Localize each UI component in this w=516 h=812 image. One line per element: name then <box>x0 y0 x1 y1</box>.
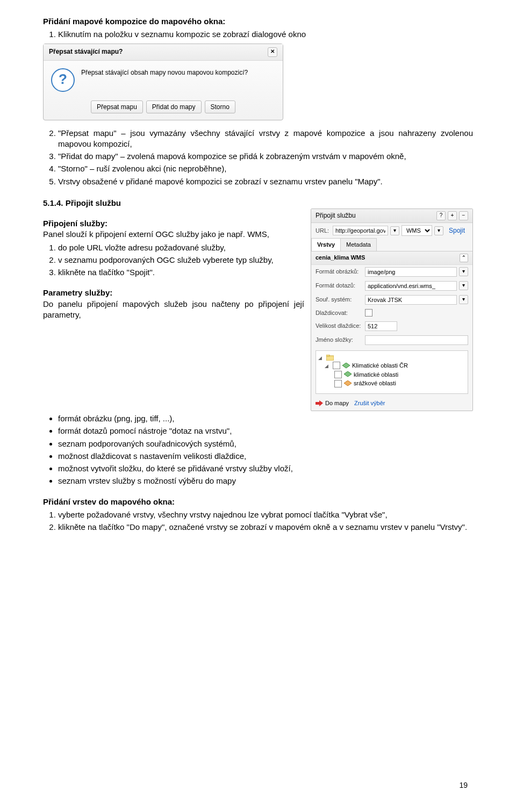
clear-selection-button[interactable]: Zrušit výběr <box>354 399 385 407</box>
chevron-up-icon[interactable]: ⌃ <box>460 254 468 262</box>
query-format-select[interactable] <box>365 281 457 291</box>
panel-tabs: Vrstvy Metadata <box>311 238 472 251</box>
url-input[interactable] <box>333 226 388 235</box>
service-name: cenia_klima WMS <box>316 254 365 262</box>
li-overwrite: "Přepsat mapu" – jsou vymazány všechny s… <box>58 128 473 150</box>
heading-add-composition: Přidání mapové kompozice do mapového okn… <box>43 16 473 27</box>
connect-service-panel: Připojit službu ? + − URL: ▾ WMS ▾ Spoji… <box>311 209 473 411</box>
chevron-down-icon[interactable]: ▾ <box>434 226 443 235</box>
li-enter-url: do pole URL vložte adresu požadované slu… <box>58 242 304 253</box>
list-steps-2to5: "Přepsat mapu" – jsou vymazány všechny s… <box>43 128 473 187</box>
folder-name-input[interactable] <box>365 335 468 345</box>
paragraph-params-intro: Do panelu připojení mapových služeb jsou… <box>43 299 304 321</box>
section-title-connect-service: 5.1.4. Připojit službu <box>43 198 473 209</box>
connect-button[interactable]: Spojit <box>446 226 468 235</box>
coord-system-label: Souř. systém: <box>316 296 363 304</box>
dialog-overwrite-map: Přepsat stávající mapu? ✕ ? Přepsat stáv… <box>43 44 283 120</box>
tree-item-label: srážkové oblasti <box>354 379 396 387</box>
li-add: "Přidat do mapy" – zvolená mapová kompoz… <box>58 151 473 162</box>
li-click-connect: klikněte na tlačítko "Spojit". <box>58 267 304 278</box>
ol-connect-steps: do pole URL vložte adresu požadované slu… <box>43 242 304 278</box>
li-coord-systems: seznam podporovaných souřadnicových syst… <box>58 439 473 449</box>
service-name-header[interactable]: cenia_klima WMS ⌃ <box>311 251 472 265</box>
subhead-add-layers: Přidání vrstev do mapového okna: <box>43 497 473 507</box>
li-cancel: "Storno" – ruší zvolenou akci (nic nepro… <box>58 163 473 174</box>
layer-tree: ◢ ◢ Klimatické oblasti ČR <box>316 350 468 394</box>
image-format-label: Formát obrázků: <box>316 268 363 276</box>
li-select-type: v seznamu podporovaných OGC služeb vyber… <box>58 255 304 265</box>
coord-system-select[interactable] <box>365 295 457 305</box>
url-label: URL: <box>316 227 331 235</box>
layer-checkbox[interactable] <box>333 362 340 369</box>
dialog-title: Přepsat stávající mapu? <box>49 47 123 56</box>
collapse-icon[interactable]: + <box>448 211 457 220</box>
to-map-button[interactable]: Do mapy <box>316 399 349 407</box>
li-tiling: možnost dlaždicovat s nastavením velikos… <box>58 451 473 462</box>
close-icon[interactable]: ✕ <box>268 47 277 57</box>
svg-marker-4 <box>344 380 352 386</box>
layer-group-icon <box>342 363 350 369</box>
chevron-down-icon[interactable]: ▾ <box>459 281 468 290</box>
service-type-select[interactable]: WMS <box>402 225 432 236</box>
tree-toggle-icon[interactable]: ◢ <box>325 363 331 369</box>
dialog-message: Přepsat stávající obsah mapy novou mapov… <box>81 68 248 77</box>
chevron-down-icon[interactable]: ▾ <box>459 267 468 276</box>
ul-parameters: formát obrázku (png, jpg, tiff, ...), fo… <box>43 413 473 487</box>
li-format-image: formát obrázku (png, jpg, tiff, ...), <box>58 413 473 424</box>
tree-root-label: Klimatické oblasti ČR <box>352 362 408 370</box>
li-select-layers: vyberte požadované vrstvy, všechny vrstv… <box>58 509 473 520</box>
paragraph-connect-intro: Panel slouží k připojení externí OGC slu… <box>43 229 304 240</box>
folder-icon <box>326 355 334 361</box>
layer-icon <box>344 380 352 386</box>
layer-checkbox[interactable] <box>334 371 342 378</box>
subhead-connect-service: Připojení služby: <box>43 218 304 229</box>
page-number: 19 <box>459 780 468 791</box>
layer-checkbox[interactable] <box>334 380 342 387</box>
li-click-domapy: klikněte na tlačítko "Do mapy", označené… <box>58 522 473 533</box>
to-map-label: Do mapy <box>325 399 349 407</box>
svg-rect-1 <box>326 355 329 356</box>
li-folder: možnost vytvořit složku, do které se při… <box>58 463 473 474</box>
add-to-map-button[interactable]: Přidat do mapy <box>146 100 202 113</box>
tile-size-label: Velikost dlaždice: <box>316 322 363 330</box>
chevron-down-icon[interactable]: ▾ <box>459 295 468 304</box>
tile-size-input[interactable] <box>365 321 397 331</box>
dialog-title-bar: Přepsat stávající mapu? ✕ <box>44 44 283 61</box>
folder-name-label: Jméno složky: <box>316 336 363 344</box>
svg-marker-5 <box>316 400 323 406</box>
tree-toggle-icon[interactable]: ◢ <box>318 355 324 361</box>
li-layer-list: seznam vrstev služby s možností výběru d… <box>58 476 473 486</box>
chevron-down-icon[interactable]: ▾ <box>390 226 399 235</box>
tab-layers[interactable]: Vrstvy <box>311 238 341 251</box>
layer-icon <box>344 371 352 377</box>
ol-add-layers: vyberte požadované vrstvy, všechny vrstv… <box>43 509 473 533</box>
query-format-label: Formát dotazů: <box>316 282 363 290</box>
help-icon[interactable]: ? <box>436 211 446 220</box>
list-step1: Kliknutím na položku v seznamu kompozic … <box>43 29 473 40</box>
image-format-select[interactable] <box>365 267 457 277</box>
minimize-icon[interactable]: − <box>459 211 468 220</box>
subhead-service-params: Parametry služby: <box>43 288 304 298</box>
question-icon: ? <box>51 68 75 92</box>
svg-marker-2 <box>342 363 350 368</box>
li-click-item: Kliknutím na položku v seznamu kompozic … <box>58 29 473 40</box>
tile-checkbox[interactable] <box>365 309 372 317</box>
tab-metadata[interactable]: Metadata <box>340 238 377 251</box>
li-format-query: formát dotazů pomocí nástroje "dotaz na … <box>58 426 473 436</box>
arrow-icon <box>316 400 323 406</box>
tree-item-label: klimatické oblasti <box>354 371 398 379</box>
cancel-button[interactable]: Storno <box>205 100 235 113</box>
li-layers-shown: Vrstvy obsažené v přidané mapové kompozi… <box>58 176 473 187</box>
svg-marker-3 <box>344 371 352 377</box>
panel-title: Připojit službu <box>316 211 356 220</box>
tile-label: Dlaždicovat: <box>316 309 363 317</box>
panel-title-bar: Připojit službu ? + − <box>311 209 472 223</box>
overwrite-map-button[interactable]: Přepsat mapu <box>91 100 143 113</box>
